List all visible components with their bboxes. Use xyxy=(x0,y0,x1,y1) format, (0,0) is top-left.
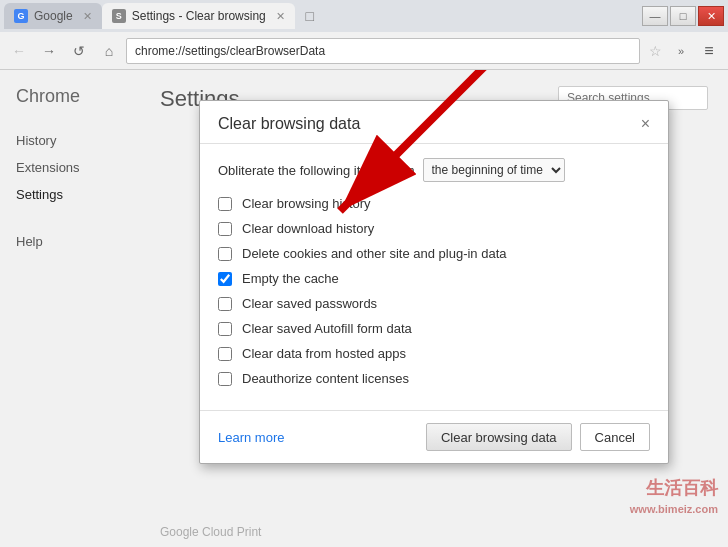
main-area: Settings Clear browsing data × xyxy=(140,70,728,547)
google-tab-icon: G xyxy=(14,9,28,23)
obliterate-text: Obliterate the following items from xyxy=(218,163,415,178)
watermark: 生活百科 www.bimeiz.com xyxy=(630,476,718,517)
reload-button[interactable]: ↺ xyxy=(66,38,92,64)
sidebar-item-extensions[interactable]: Extensions xyxy=(0,154,140,181)
learn-more-link[interactable]: Learn more xyxy=(218,430,284,445)
checkbox-cache-input[interactable] xyxy=(218,272,232,286)
forward-button[interactable]: → xyxy=(36,38,62,64)
checkbox-browsing-history-input[interactable] xyxy=(218,197,232,211)
watermark-line2: www.bimeiz.com xyxy=(630,502,718,517)
checkbox-hosted-apps-label: Clear data from hosted apps xyxy=(242,346,406,361)
home-button[interactable]: ⌂ xyxy=(96,38,122,64)
checkbox-passwords-label: Clear saved passwords xyxy=(242,296,377,311)
cancel-button[interactable]: Cancel xyxy=(580,423,650,451)
checkbox-autofill-label: Clear saved Autofill form data xyxy=(242,321,412,336)
checkbox-autofill: Clear saved Autofill form data xyxy=(218,321,650,336)
menu-button[interactable]: ≡ xyxy=(696,38,722,64)
minimize-button[interactable]: — xyxy=(642,6,668,26)
nav-bar: ← → ↺ ⌂ chrome://settings/clearBrowserDa… xyxy=(0,32,728,70)
dialog-buttons: Clear browsing data Cancel xyxy=(426,423,650,451)
checkbox-cookies: Delete cookies and other site and plug-i… xyxy=(218,246,650,261)
window-controls: — □ ✕ xyxy=(642,6,724,26)
settings-tab-label: Settings - Clear browsing xyxy=(132,9,266,23)
dialog-title: Clear browsing data xyxy=(218,115,360,133)
dialog-close-button[interactable]: × xyxy=(641,116,650,132)
footer-label: Google Cloud Print xyxy=(160,525,261,539)
settings-tab-close[interactable]: ✕ xyxy=(276,10,285,23)
title-bar: G Google ✕ S Settings - Clear browsing ✕… xyxy=(0,0,728,32)
sidebar-item-history[interactable]: History xyxy=(0,127,140,154)
checkbox-cookies-label: Delete cookies and other site and plug-i… xyxy=(242,246,507,261)
checkbox-download-history: Clear download history xyxy=(218,221,650,236)
watermark-line1: 生活百科 xyxy=(630,476,718,501)
clear-browsing-dialog: Clear browsing data × Obliterate the fol… xyxy=(199,100,669,464)
dialog-body: Obliterate the following items from the … xyxy=(200,144,668,410)
checkbox-browsing-history: Clear browsing history xyxy=(218,196,650,211)
checkbox-browsing-history-label: Clear browsing history xyxy=(242,196,371,211)
sidebar-item-settings[interactable]: Settings xyxy=(0,181,140,208)
clear-browsing-data-button[interactable]: Clear browsing data xyxy=(426,423,572,451)
page-content: Chrome History Extensions Settings Help … xyxy=(0,70,728,547)
page-footer: Google Cloud Print xyxy=(140,517,281,547)
checkbox-autofill-input[interactable] xyxy=(218,322,232,336)
tab-settings[interactable]: S Settings - Clear browsing ✕ xyxy=(102,3,295,29)
time-range-select[interactable]: the beginning of time the past hour the … xyxy=(423,158,565,182)
checkbox-content-licenses-label: Deauthorize content licenses xyxy=(242,371,409,386)
sidebar-item-help[interactable]: Help xyxy=(0,228,140,255)
checkbox-content-licenses-input[interactable] xyxy=(218,372,232,386)
browser-window: G Google ✕ S Settings - Clear browsing ✕… xyxy=(0,0,728,547)
maximize-button[interactable]: □ xyxy=(670,6,696,26)
dialog-header: Clear browsing data × xyxy=(200,101,668,144)
obliterate-row: Obliterate the following items from the … xyxy=(218,158,650,182)
address-text: chrome://settings/clearBrowserData xyxy=(135,44,325,58)
back-button[interactable]: ← xyxy=(6,38,32,64)
checkbox-cache: Empty the cache xyxy=(218,271,650,286)
settings-tab-icon: S xyxy=(112,9,126,23)
bookmark-star-icon[interactable]: ☆ xyxy=(644,40,666,62)
sidebar: Chrome History Extensions Settings Help xyxy=(0,70,140,547)
dialog-footer: Learn more Clear browsing data Cancel xyxy=(200,410,668,463)
google-tab-label: Google xyxy=(34,9,73,23)
new-tab-button[interactable]: □ xyxy=(297,5,323,27)
checkbox-cache-label: Empty the cache xyxy=(242,271,339,286)
checkbox-passwords: Clear saved passwords xyxy=(218,296,650,311)
checkbox-download-history-label: Clear download history xyxy=(242,221,374,236)
google-tab-close[interactable]: ✕ xyxy=(83,10,92,23)
sidebar-brand: Chrome xyxy=(0,86,140,127)
checkbox-cookies-input[interactable] xyxy=(218,247,232,261)
close-button[interactable]: ✕ xyxy=(698,6,724,26)
checkbox-content-licenses: Deauthorize content licenses xyxy=(218,371,650,386)
checkbox-hosted-apps: Clear data from hosted apps xyxy=(218,346,650,361)
more-icon[interactable]: » xyxy=(670,40,692,62)
checkbox-hosted-apps-input[interactable] xyxy=(218,347,232,361)
tab-google[interactable]: G Google ✕ xyxy=(4,3,102,29)
checkbox-passwords-input[interactable] xyxy=(218,297,232,311)
checkbox-download-history-input[interactable] xyxy=(218,222,232,236)
address-bar[interactable]: chrome://settings/clearBrowserData xyxy=(126,38,640,64)
